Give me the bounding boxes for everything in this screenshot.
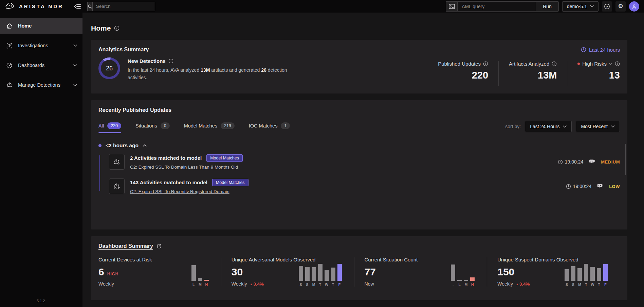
aml-query-input[interactable]: [458, 2, 536, 11]
recently-published-updates-panel: Recently Published Updates All 220 Situa…: [91, 100, 627, 229]
tab-ioc-matches[interactable]: IOC Matches 1: [249, 122, 290, 133]
sidebar-item-home[interactable]: Home: [0, 18, 82, 34]
terminal-icon: [446, 2, 458, 11]
info-icon[interactable]: [114, 25, 119, 31]
dashboard-summary-panel: Dashboard Summary Current Devices at Ris…: [91, 236, 627, 300]
divider: [221, 257, 221, 287]
sidebar-item-label: Dashboards: [18, 63, 44, 68]
sidebar-item-dashboards[interactable]: Dashboards: [0, 57, 82, 73]
new-detections-label: New Detections: [128, 58, 166, 64]
metric-label: Artifacts Analyzed: [509, 61, 549, 67]
chevron-down-icon: [73, 64, 77, 67]
tab-count-badge: 220: [107, 122, 121, 129]
mini-bar-chart: LMH: [191, 265, 209, 287]
mini-bar-chart: SSMTWTF: [299, 264, 342, 287]
metric-artifacts-analyzed: Artifacts Analyzed 13M: [509, 61, 557, 81]
divider: [354, 257, 354, 287]
sidebar-item-label: Home: [18, 23, 32, 29]
divider: [498, 61, 499, 86]
topbar: ARISTA NDR Run demo-5.1: [0, 0, 644, 13]
external-link-icon[interactable]: [157, 244, 162, 249]
trend-up-delta: 3.4%: [516, 282, 530, 287]
environment-selector[interactable]: demo-5.1: [562, 1, 599, 12]
stat-period: Weekly: [98, 281, 114, 287]
divider: [487, 257, 487, 287]
chevron-down-icon: [73, 45, 77, 47]
help-button[interactable]: ?: [602, 1, 612, 12]
stat-card-suspect-domains: Unique Suspect Domains Observed 150 Week…: [497, 257, 620, 287]
clock-icon: [558, 159, 563, 165]
stat-label: Current Devices at Risk: [98, 257, 152, 262]
time-filter-dropdown[interactable]: Last 24 Hours: [525, 121, 572, 132]
home-icon: [5, 22, 13, 30]
new-detections-donut: 26: [98, 57, 120, 79]
model-matches-badge[interactable]: Model Matches: [206, 154, 243, 162]
main-content: Home Analytics Summary Last 24 hours: [82, 13, 644, 307]
brand: ARISTA NDR: [5, 3, 81, 10]
updates-title: Recently Published Updates: [98, 107, 620, 113]
tab-all[interactable]: All 220: [98, 122, 121, 133]
info-icon[interactable]: [615, 61, 620, 66]
tab-situations[interactable]: Situations 0: [135, 122, 170, 133]
sidebar-item-label: Manage Detections: [18, 82, 60, 88]
time-group-label: <2 hours ago: [106, 142, 139, 149]
model-detection-icon: [109, 178, 125, 194]
chevron-down-icon: [611, 125, 615, 128]
order-filter-value: Most Recent: [581, 124, 608, 129]
metric-label: High Risks: [582, 61, 607, 67]
order-filter-dropdown[interactable]: Most Recent: [576, 121, 620, 132]
tab-label: Situations: [135, 123, 157, 129]
search-icon: [88, 2, 93, 11]
time-range-selector[interactable]: Last 24 hours: [581, 47, 620, 53]
info-icon[interactable]: [168, 58, 173, 64]
sidebar-collapse-icon[interactable]: [74, 4, 81, 9]
stat-card-devices-at-risk: Current Devices at Risk 6 HIGH Weekly LM…: [98, 257, 221, 287]
updates-timeline: 2 Activities matched to model Model Matc…: [99, 154, 620, 194]
scrollbar-thumb[interactable]: [625, 144, 626, 175]
model-matches-badge[interactable]: Model Matches: [212, 179, 249, 186]
environment-name: demo-5.1: [567, 4, 587, 9]
sort-by-label: sort by:: [505, 124, 521, 129]
info-icon[interactable]: [483, 61, 488, 66]
metric-value: 13: [577, 70, 620, 81]
chevron-down-icon: [590, 5, 594, 7]
stat-card-situation-count: Current Situation Count 77 Now -LMH: [365, 257, 487, 287]
gauge-icon: [5, 62, 13, 69]
search-input[interactable]: [93, 2, 160, 11]
user-avatar[interactable]: [629, 1, 639, 12]
tab-label: Model Matches: [184, 123, 217, 129]
page-title: Home: [91, 24, 111, 32]
stat-label: Unique Adversarial Models Observed: [232, 257, 299, 262]
analytics-summary-title: Analytics Summary: [98, 47, 149, 53]
model-link[interactable]: C2: Expired SSL To Domain Less Than 9 Mo…: [130, 165, 238, 170]
model-detection-icon: [109, 154, 125, 170]
chevron-down-icon: [73, 84, 77, 86]
dashboard-summary-link[interactable]: Dashboard Summary: [98, 243, 153, 249]
collapse-caret-icon[interactable]: [143, 144, 147, 147]
gear-icon: ⚙: [618, 3, 623, 9]
metric-value: 13M: [509, 70, 557, 81]
tab-count-badge: 1: [281, 122, 290, 129]
clock-icon: [566, 184, 571, 189]
run-button[interactable]: Run: [536, 2, 558, 11]
update-title: 143 Activities matched to model: [130, 180, 207, 185]
tab-model-matches[interactable]: Model Matches 219: [184, 122, 235, 133]
time-filter-value: Last 24 Hours: [530, 124, 559, 129]
detection-power-icon: [5, 82, 13, 89]
stat-risk-tag: HIGH: [107, 272, 118, 276]
comments-icon[interactable]: [597, 184, 604, 189]
chevron-down-icon[interactable]: [609, 63, 612, 65]
stat-value: 6: [98, 267, 104, 277]
sidebar-item-manage-detections[interactable]: Manage Detections: [0, 77, 82, 93]
info-icon[interactable]: [552, 61, 557, 66]
model-link[interactable]: C2: Expired SSL To Recently Registered D…: [130, 189, 229, 194]
stat-label: Current Situation Count: [365, 257, 418, 262]
comments-icon[interactable]: [589, 159, 595, 165]
clock-icon: [581, 47, 586, 52]
search-box: [87, 2, 155, 11]
sidebar-item-investigations[interactable]: Investigations: [0, 38, 82, 53]
timeline-dot-icon: [98, 144, 102, 147]
metric-published-updates: Published Updates 220: [438, 61, 488, 81]
settings-button[interactable]: ⚙: [615, 1, 626, 12]
tab-label: All: [98, 123, 104, 129]
